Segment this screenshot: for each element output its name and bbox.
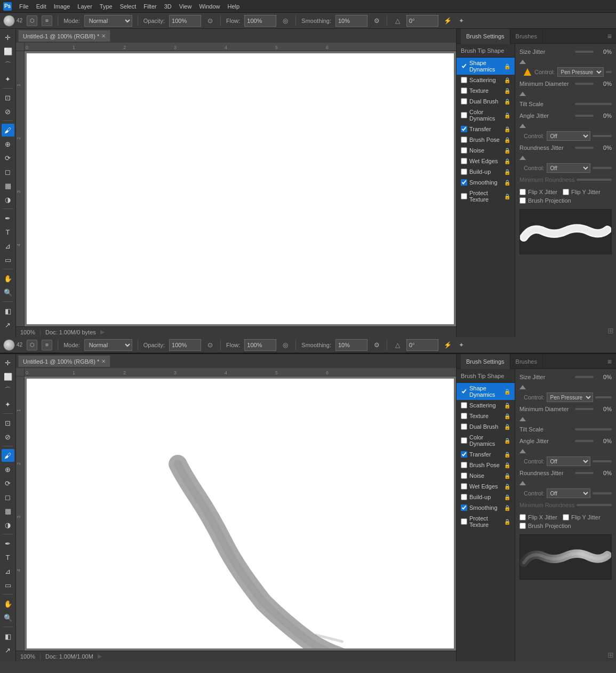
- extra-icon[interactable]: ✦: [457, 16, 466, 26]
- cb-buildup-b[interactable]: [461, 494, 467, 500]
- brush-list-texture-b[interactable]: Texture 🔒: [457, 411, 515, 421]
- tilt-scale-slider[interactable]: [575, 103, 612, 105]
- brush-list-noise[interactable]: Noise 🔒: [457, 145, 515, 156]
- brush-toggle-button[interactable]: ⬡: [27, 15, 37, 26]
- menu-edit[interactable]: Edit: [36, 3, 46, 10]
- opacity-value[interactable]: 100%: [169, 15, 201, 27]
- brush-settings-toggle[interactable]: ≡: [42, 15, 52, 26]
- min-roundness-slider[interactable]: [577, 179, 612, 181]
- canvas-tab-top[interactable]: Untitled-1 @ 100% (RGB/8) * ✕: [18, 30, 110, 42]
- menu-image[interactable]: Image: [54, 3, 70, 10]
- cb-dual-brush-b[interactable]: [461, 423, 467, 430]
- extra-icon-2[interactable]: ✦: [457, 340, 466, 350]
- cb-buildup[interactable]: [461, 169, 467, 175]
- tool-magic-wand-b[interactable]: ✦: [2, 398, 14, 411]
- symmetry-icon-2[interactable]: ⚡: [443, 340, 452, 350]
- brush-tip-shape-header-b[interactable]: Brush Tip Shape: [457, 369, 515, 383]
- brush-list-color-dynamics-b[interactable]: Color Dynamics 🔒: [457, 432, 515, 449]
- tool-arrow-b[interactable]: ↗: [2, 644, 14, 656]
- brush-list-buildup-b[interactable]: Build-up 🔒: [457, 492, 515, 502]
- brush-list-transfer-b[interactable]: Transfer 🔒: [457, 449, 515, 460]
- brush-list-brush-pose[interactable]: Brush Pose 🔒: [457, 134, 515, 145]
- panel-resize-bottom[interactable]: ⊞: [607, 651, 614, 659]
- control-select-pen-b[interactable]: Pen Pressure: [547, 392, 593, 402]
- tool-hand[interactable]: ✋: [2, 272, 14, 285]
- cb-protect-texture-b[interactable]: [461, 518, 467, 525]
- brush-list-texture[interactable]: Texture 🔒: [457, 85, 515, 96]
- brush-list-dual-brush-b[interactable]: Dual Brush 🔒: [457, 421, 515, 432]
- mode-select[interactable]: Normal: [84, 15, 132, 27]
- control-select-off-angle[interactable]: Off: [547, 131, 590, 141]
- menu-help[interactable]: Help: [228, 3, 240, 10]
- control-slider-angle-b[interactable]: [593, 460, 612, 462]
- brush-list-scattering-b[interactable]: Scattering 🔒: [457, 400, 515, 411]
- cb-brush-projection[interactable]: [519, 197, 526, 204]
- tool-clone[interactable]: ⊕: [2, 138, 14, 150]
- brush-list-scattering[interactable]: Scattering 🔒: [457, 75, 515, 85]
- menu-3d[interactable]: 3D: [164, 3, 172, 10]
- control-select-off-roundness[interactable]: Off: [547, 163, 590, 173]
- brush-list-smoothing-b[interactable]: Smoothing 🔒: [457, 502, 515, 513]
- cb-noise[interactable]: [461, 147, 467, 154]
- opacity-value-2[interactable]: 100%: [169, 339, 201, 351]
- tool-shape-b[interactable]: ▭: [2, 579, 14, 591]
- tool-pen[interactable]: ✒: [2, 212, 14, 225]
- tool-move-b[interactable]: ✛: [2, 356, 14, 369]
- tool-path[interactable]: ⊿: [2, 239, 14, 252]
- tool-crop-b[interactable]: ⊡: [2, 416, 14, 429]
- brush-list-smoothing[interactable]: Smoothing 🔒: [457, 177, 515, 188]
- tool-type-b[interactable]: T: [2, 551, 14, 564]
- smoothing-value-2[interactable]: 10%: [335, 339, 367, 351]
- control-slider-angle[interactable]: [593, 135, 612, 137]
- tool-eyedropper-b[interactable]: ⊘: [2, 430, 14, 443]
- mode-select-2[interactable]: Normal: [84, 339, 132, 351]
- size-jitter-slider-b[interactable]: [575, 376, 594, 378]
- tool-eraser[interactable]: ◻: [2, 165, 14, 178]
- cb-wet-edges[interactable]: [461, 158, 467, 164]
- cb-dual-brush[interactable]: [461, 98, 467, 105]
- control-select-off-roundness-b[interactable]: Off: [547, 488, 590, 498]
- cb-flip-y[interactable]: [563, 189, 569, 195]
- cb-color-dynamics-b[interactable]: [461, 437, 467, 444]
- menu-file[interactable]: File: [19, 3, 29, 10]
- tool-brush[interactable]: 🖌: [2, 124, 14, 137]
- angle-value[interactable]: 0°: [406, 15, 438, 27]
- tool-type[interactable]: T: [2, 226, 14, 238]
- canvas-top[interactable]: [27, 53, 454, 324]
- smoothing-value[interactable]: 10%: [335, 15, 367, 27]
- roundness-jitter-slider[interactable]: [575, 147, 594, 149]
- cb-wet-edges-b[interactable]: [461, 483, 467, 490]
- panel-tab-brush-settings-bottom[interactable]: Brush Settings: [461, 354, 510, 369]
- cb-shape-dynamics-b[interactable]: [461, 388, 467, 395]
- brush-list-shape-dynamics-b[interactable]: Shape Dynamics 🔒: [457, 383, 515, 400]
- cb-brush-pose[interactable]: [461, 137, 467, 143]
- cb-flip-y-b[interactable]: [563, 514, 569, 520]
- brush-list-noise-b[interactable]: Noise 🔒: [457, 470, 515, 481]
- tool-brush-b[interactable]: 🖌: [2, 449, 14, 462]
- menu-filter[interactable]: Filter: [143, 3, 156, 10]
- cb-smoothing-b[interactable]: [461, 504, 467, 511]
- tool-lasso-b[interactable]: ⌒: [2, 384, 14, 397]
- tool-history[interactable]: ⟳: [2, 151, 14, 164]
- tool-fg-bg[interactable]: ◧: [2, 305, 14, 317]
- brush-list-protect-texture[interactable]: Protect Texture 🔒: [457, 188, 515, 205]
- menu-select[interactable]: Select: [120, 3, 137, 10]
- tool-hand-b[interactable]: ✋: [2, 597, 14, 610]
- cb-protect-texture[interactable]: [461, 193, 467, 199]
- cb-noise-b[interactable]: [461, 472, 467, 479]
- tool-dodge-b[interactable]: ◑: [2, 518, 14, 531]
- brush-tip-shape-header[interactable]: Brush Tip Shape: [457, 44, 515, 58]
- brush-list-buildup[interactable]: Build-up 🔒: [457, 166, 515, 177]
- min-roundness-slider-b[interactable]: [577, 504, 612, 506]
- brush-toggle-button-2[interactable]: ⬡: [27, 340, 37, 350]
- panel-resize-top[interactable]: ⊞: [607, 326, 614, 335]
- menu-window[interactable]: Window: [199, 3, 220, 10]
- canvas-tab-bottom[interactable]: Untitled-1 @ 100% (RGB/8) * ✕: [18, 355, 110, 367]
- canvas-tab-close-top[interactable]: ✕: [101, 33, 106, 39]
- brush-settings-toggle-2[interactable]: ≡: [42, 340, 52, 350]
- tool-select-rect[interactable]: ⬜: [2, 45, 14, 58]
- angle-jitter-slider-b[interactable]: [575, 440, 594, 442]
- brush-list-shape-dynamics[interactable]: Shape Dynamics 🔒: [457, 58, 515, 75]
- tool-gradient[interactable]: ▦: [2, 179, 14, 192]
- angle-jitter-slider[interactable]: [575, 115, 594, 117]
